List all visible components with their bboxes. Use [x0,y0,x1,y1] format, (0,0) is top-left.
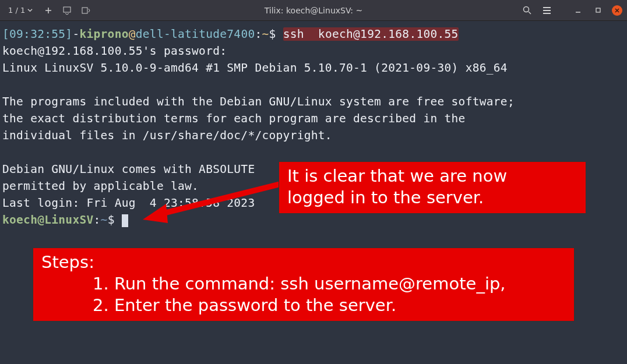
svg-rect-1 [82,8,87,13]
prompt2-colon: : [94,213,101,227]
prompt-user: kiprono [79,27,128,41]
svg-point-2 [523,7,529,12]
annotation-text: It is clear that we are now [287,165,577,187]
out-line: individual files in /usr/share/doc/*/cop… [2,129,332,142]
out-line: the exact distribution terms for each pr… [2,112,466,125]
close-button[interactable] [612,5,622,16]
cursor [122,214,128,227]
prompt-colon: : [255,27,262,41]
prompt-sep: - [72,27,79,41]
search-icon [523,6,531,15]
prompt2-user: koech [2,213,37,227]
prompt-path: ~ [262,27,269,41]
titlebar-right [521,5,622,16]
split-right-button[interactable] [79,4,92,17]
split-down-icon [62,6,72,15]
svg-rect-0 [64,7,71,12]
out-line: Debian GNU/Linux comes with ABSOLUTE [2,162,255,176]
prompt-host: dell-latitude7400 [136,27,255,41]
maximize-icon [595,7,601,13]
prompt2-path: ~ [101,213,108,227]
close-icon [614,8,620,13]
minimize-button[interactable] [572,5,584,16]
chevron-down-icon [27,8,33,13]
titlebar-left: 1 / 1 [5,4,92,17]
prompt-at: @ [129,27,136,41]
svg-rect-3 [596,8,600,12]
titlebar: 1 / 1 Tilix: koech@LinuxSV: ~ [0,0,627,21]
out-line: Last login: Fri Aug 4 23:58:58 2023 [2,196,255,210]
terminal-count[interactable]: 1 / 1 [5,5,36,16]
split-down-button[interactable] [61,4,73,17]
count-label: 1 / 1 [8,6,25,15]
prompt2-dollar: $ [108,213,115,227]
add-terminal-button[interactable] [42,4,55,17]
out-line: Linux LinuxSV 5.10.0-9-amd64 #1 SMP Debi… [2,61,508,75]
out-line: permitted by applicable law. [2,179,199,193]
annotation-heading: Steps: [41,252,566,273]
out-line: koech@192.168.100.55's password: [2,44,227,58]
typed-command: ssh koech@192.168.100.55 [283,27,459,41]
menu-button[interactable] [541,5,552,16]
minimize-icon [575,7,582,14]
annotation-step: 1. Run the command: ssh username@remote_… [41,273,566,295]
plus-icon [44,6,52,15]
annotation-callout-1: It is clear that we are now logged in to… [279,161,586,214]
maximize-button[interactable] [592,5,604,16]
prompt2-at: @ [37,213,44,227]
prompt2-host: LinuxSV [44,213,93,227]
out-line: The programs included with the Debian GN… [2,95,515,108]
annotation-callout-2: Steps: 1. Run the command: ssh username@… [33,248,575,321]
prompt-time: [09:32:55] [2,27,72,41]
prompt-dollar: $ [269,27,276,41]
split-right-icon [81,6,90,15]
hamburger-icon [543,6,551,15]
annotation-step: 2. Enter the password to the server. [41,295,566,316]
search-button[interactable] [521,5,533,16]
annotation-text: logged in to the server. [287,187,577,208]
